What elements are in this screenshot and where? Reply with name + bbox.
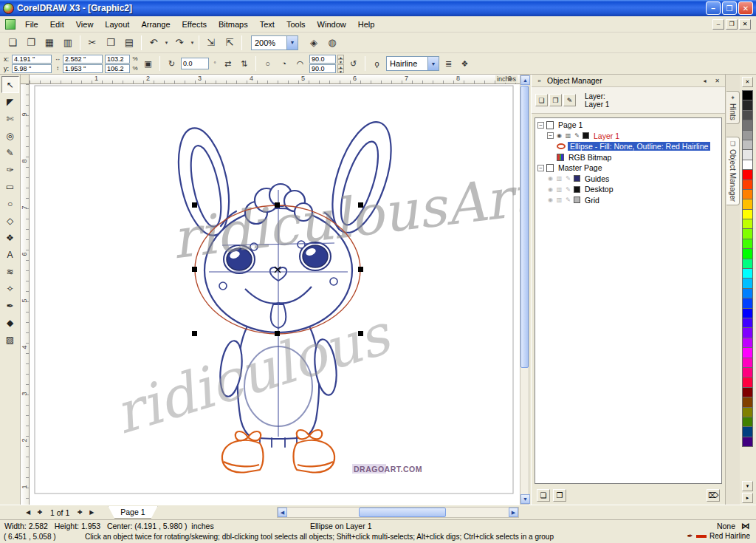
ellipse-mode-button[interactable]: ○ xyxy=(261,56,275,71)
palette-scroll-down-button[interactable]: ▾ xyxy=(742,481,753,491)
palette-color-23[interactable] xyxy=(742,318,753,328)
show-object-properties-button[interactable]: ❏ xyxy=(535,94,548,106)
menu-tools[interactable]: Tools xyxy=(281,16,312,33)
new-master-layer-button[interactable]: ❐ xyxy=(553,489,566,502)
tree-rgb-bitmap[interactable]: RGB Bitmap xyxy=(535,152,721,163)
wrap-paragraph-text-button[interactable]: ≣ xyxy=(441,56,456,71)
drawing-canvas[interactable]: ridiculousArts ridiculous DRAGOART.COM xyxy=(30,84,520,505)
application-launcher-icon[interactable]: ◈ xyxy=(305,35,323,51)
layer-manager-view-button[interactable]: ✎ xyxy=(563,94,576,106)
tree-ellipse-object[interactable]: Ellipse - Fill: None, Outline: Red Hairl… xyxy=(535,141,721,152)
menu-file[interactable]: File xyxy=(19,16,44,33)
palette-color-6[interactable] xyxy=(742,149,753,160)
palette-color-25[interactable] xyxy=(742,338,753,348)
interactive-fill-tool[interactable]: ▨ xyxy=(1,331,19,348)
delete-layer-button[interactable]: ⌦ xyxy=(707,489,720,502)
tree-expander-icon[interactable]: − xyxy=(547,132,554,139)
visibility-icon[interactable]: ◉ xyxy=(547,197,554,203)
tree-grid-layer[interactable]: ◉▥✎Grid xyxy=(535,195,721,206)
palette-color-21[interactable] xyxy=(742,298,753,308)
copy-icon[interactable]: ❒ xyxy=(102,35,120,51)
lock-ratio-button[interactable]: ▣ xyxy=(141,56,155,71)
redo-dropdown-icon[interactable]: ▼ xyxy=(189,35,196,51)
palette-color-8[interactable] xyxy=(742,169,753,180)
end-angle-field[interactable]: 90.0 xyxy=(309,64,336,73)
restore-button[interactable]: ❐ xyxy=(722,1,737,15)
export-icon[interactable]: ⇱ xyxy=(221,35,238,51)
add-page-before-button[interactable]: ✚ xyxy=(34,507,46,519)
visibility-icon[interactable]: ◉ xyxy=(556,132,563,139)
interactive-blend-tool[interactable]: ≋ xyxy=(1,263,19,280)
page-view[interactable]: ridiculousArts ridiculous DRAGOART.COM xyxy=(30,84,520,505)
outline-width-combo[interactable]: Hairline ▼ xyxy=(386,56,439,71)
rectangle-tool[interactable]: ▭ xyxy=(1,178,19,195)
page-tab[interactable]: Page 1 xyxy=(108,506,157,519)
cut-icon[interactable]: ✂ xyxy=(83,35,101,51)
pie-mode-button[interactable]: ◔ xyxy=(277,56,291,71)
editable-icon[interactable]: ✎ xyxy=(565,186,571,193)
tree-desktop-layer[interactable]: ◉▥✎Desktop xyxy=(535,184,721,195)
palette-color-28[interactable] xyxy=(742,367,753,378)
tree-master-page[interactable]: −Master Page xyxy=(535,163,721,174)
visibility-icon[interactable]: ◉ xyxy=(547,186,554,193)
palette-color-15[interactable] xyxy=(742,239,753,249)
zoom-tool[interactable]: ◎ xyxy=(1,127,19,144)
edit-across-layers-button[interactable]: ❐ xyxy=(549,94,562,106)
docker-close-button[interactable]: ✕ xyxy=(712,76,722,86)
palette-color-12[interactable] xyxy=(742,209,753,219)
printable-icon[interactable]: ▥ xyxy=(556,175,563,182)
horizontal-scroll-thumb[interactable] xyxy=(359,508,446,517)
eyedropper-tool[interactable]: ✧ xyxy=(1,280,19,297)
palette-color-32[interactable] xyxy=(742,407,753,417)
editable-icon[interactable]: ✎ xyxy=(565,175,571,182)
shape-tool[interactable]: ◤ xyxy=(1,93,19,110)
new-document-icon[interactable]: ❏ xyxy=(4,35,21,51)
mdi-close-button[interactable]: ✕ xyxy=(739,19,751,30)
mdi-restore-button[interactable]: ❐ xyxy=(726,19,738,30)
zoom-dropdown-icon[interactable]: ▼ xyxy=(286,36,298,49)
mdi-minimize-button[interactable]: – xyxy=(712,19,724,30)
palette-color-22[interactable] xyxy=(742,308,753,318)
save-icon[interactable]: ▦ xyxy=(41,35,58,51)
fill-tool[interactable]: ◆ xyxy=(1,314,19,331)
palette-flyout-button[interactable]: ▸ xyxy=(742,493,753,503)
polygon-tool[interactable]: ◇ xyxy=(1,212,19,229)
title-bar[interactable]: CorelDRAW X3 - [Graphic2] – ❐ ✕ xyxy=(0,0,756,16)
menu-help[interactable]: Help xyxy=(352,16,381,33)
print-icon[interactable]: ▥ xyxy=(59,35,77,51)
fill-status[interactable]: None ⋈ xyxy=(717,521,750,531)
palette-color-31[interactable] xyxy=(742,397,753,407)
palette-color-2[interactable] xyxy=(742,110,753,120)
palette-color-1[interactable] xyxy=(742,100,753,110)
open-icon[interactable]: ❐ xyxy=(22,35,40,51)
palette-color-20[interactable] xyxy=(742,288,753,298)
add-page-after-button[interactable]: ✚ xyxy=(74,507,86,519)
palette-color-29[interactable] xyxy=(742,377,753,387)
palette-close-button[interactable]: ✕ xyxy=(742,77,753,87)
close-button[interactable]: ✕ xyxy=(738,1,753,15)
horizont al-ruler[interactable]: inches 123456789 xyxy=(30,75,520,84)
palette-color-24[interactable] xyxy=(742,327,753,338)
ellipse-tool[interactable]: ○ xyxy=(1,195,19,212)
scale-vertical-field[interactable]: 106.2 xyxy=(105,64,130,73)
palette-color-5[interactable] xyxy=(742,140,753,150)
palette-color-26[interactable] xyxy=(742,347,753,358)
paste-icon[interactable]: ▤ xyxy=(120,35,138,51)
palette-color-16[interactable] xyxy=(742,248,753,259)
first-page-button[interactable]: ◀ xyxy=(22,507,34,519)
tab-object-manager[interactable]: ❏Object Manager xyxy=(726,137,740,205)
import-icon[interactable]: ⇲ xyxy=(202,35,220,51)
basic-shapes-tool[interactable]: ❖ xyxy=(1,229,19,246)
palette-color-17[interactable] xyxy=(742,259,753,269)
end-angle-spinner[interactable]: ▲▼ xyxy=(337,64,344,73)
palette-color-10[interactable] xyxy=(742,189,753,199)
menu-view[interactable]: View xyxy=(70,16,100,33)
menu-text[interactable]: Text xyxy=(254,16,281,33)
docker-collapse-icon[interactable]: » xyxy=(535,76,544,86)
convert-to-curves-button[interactable]: ❖ xyxy=(458,56,472,71)
undo-icon[interactable]: ↶ xyxy=(145,35,162,51)
palette-color-13[interactable] xyxy=(742,219,753,229)
mirror-vertical-button[interactable]: ⇅ xyxy=(237,56,251,71)
scroll-down-button[interactable]: ▼ xyxy=(520,494,530,504)
palette-color-33[interactable] xyxy=(742,417,753,427)
